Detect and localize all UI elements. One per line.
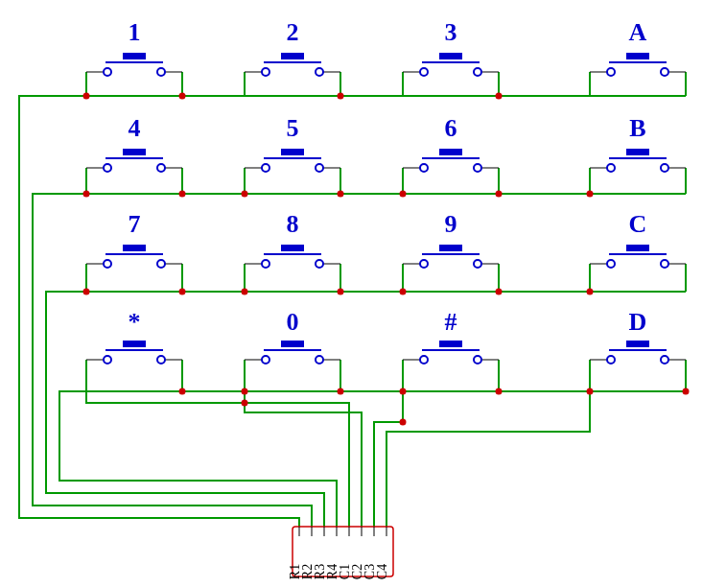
label-key-7: 7: [129, 210, 141, 238]
svg-point-24: [400, 289, 407, 295]
svg-point-28: [242, 388, 248, 395]
label-key-star: *: [129, 308, 141, 336]
key-1: [86, 53, 182, 76]
key-2: [245, 53, 340, 76]
label-key-5: 5: [287, 114, 299, 142]
label-key-2: 2: [287, 18, 299, 46]
label-key-D: D: [629, 308, 647, 336]
svg-point-19: [587, 191, 594, 198]
key-D: [590, 341, 686, 364]
label-key-B: B: [629, 114, 645, 142]
label-key-6: 6: [445, 114, 457, 142]
key-7: [86, 245, 182, 268]
key-5: [245, 149, 340, 172]
label-key-0: 0: [287, 308, 299, 336]
svg-point-16: [338, 191, 344, 198]
key-B: [590, 149, 686, 172]
svg-point-32: [587, 388, 594, 395]
key-6: [403, 149, 499, 172]
key-hash: [403, 341, 499, 364]
key-3: [403, 53, 499, 76]
key-9: [403, 245, 499, 268]
svg-point-13: [83, 191, 90, 198]
svg-point-15: [242, 191, 248, 198]
keypad-schematic: 1 2 3 A 4 5 6 B 7 8 9 C * 0 # D R1 R2 R3…: [0, 0, 726, 588]
label-key-C: C: [629, 210, 647, 238]
key-C: [590, 245, 686, 268]
label-key-9: 9: [445, 210, 457, 238]
svg-point-18: [496, 191, 503, 198]
key-A: [590, 53, 686, 76]
key-0: [245, 341, 340, 364]
label-key-hash: #: [445, 308, 457, 336]
key-4: [86, 149, 182, 172]
svg-point-22: [242, 289, 248, 295]
svg-point-10: [179, 93, 186, 100]
label-key-1: 1: [129, 18, 141, 46]
pin-c4: C4: [375, 564, 389, 579]
key-star: [86, 341, 182, 364]
svg-point-9: [83, 93, 90, 100]
svg-point-12: [496, 93, 503, 100]
svg-point-25: [496, 289, 503, 295]
label-key-4: 4: [129, 114, 141, 142]
svg-point-26: [587, 289, 594, 295]
pin-header: R1 R2 R3 R4 C1 C2 C3 C4: [288, 527, 393, 579]
svg-point-29: [338, 388, 344, 395]
svg-point-34: [242, 400, 248, 407]
svg-point-30: [400, 388, 407, 395]
svg-point-11: [338, 93, 344, 100]
svg-point-21: [179, 289, 186, 295]
label-key-8: 8: [287, 210, 299, 238]
label-key-A: A: [629, 18, 647, 46]
svg-point-27: [179, 388, 186, 395]
svg-point-31: [496, 388, 503, 395]
svg-point-14: [179, 191, 186, 198]
label-key-3: 3: [445, 18, 457, 46]
svg-point-35: [400, 419, 407, 426]
svg-point-17: [400, 191, 407, 198]
svg-point-20: [83, 289, 90, 295]
svg-point-33: [683, 388, 690, 395]
key-8: [245, 245, 340, 268]
svg-point-23: [338, 289, 344, 295]
